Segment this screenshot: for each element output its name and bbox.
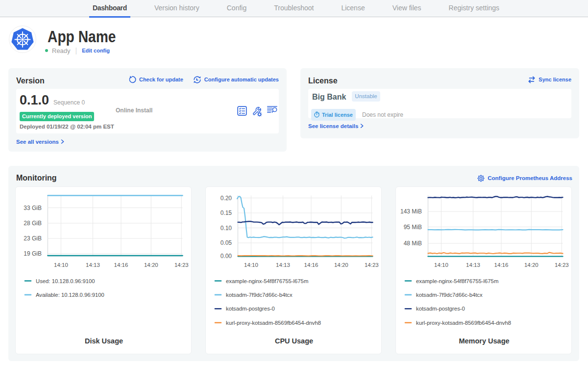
svg-text:143 MiB: 143 MiB [400,208,422,215]
svg-text:Memory Usage: Memory Usage [459,337,509,345]
svg-text:Available: 10.128.0.96:9100: Available: 10.128.0.96:9100 [36,292,104,298]
svg-text:28 GiB: 28 GiB [24,220,42,227]
svg-text:14:13: 14:13 [86,262,100,268]
svg-text:example-nginx-54f8f76755-l675m: example-nginx-54f8f76755-l675m [416,278,498,284]
svg-text:14:10: 14:10 [434,262,448,268]
svg-text:kotsadm-postgres-0: kotsadm-postgres-0 [416,306,465,312]
svg-text:14:20: 14:20 [524,262,539,268]
svg-text:kotsadm-postgres-0: kotsadm-postgres-0 [226,306,275,312]
svg-text:14:16: 14:16 [114,262,128,268]
svg-text:14:16: 14:16 [494,262,509,268]
svg-text:14:23: 14:23 [555,262,569,268]
svg-text:33 GiB: 33 GiB [24,205,42,211]
svg-text:example-nginx-54f8f76755-l675m: example-nginx-54f8f76755-l675m [226,278,308,284]
svg-text:0.00: 0.00 [220,253,232,260]
svg-text:Used: 10.128.0.96:9100: Used: 10.128.0.96:9100 [36,278,95,284]
svg-text:kurl-proxy-kotsadm-8569fb6454-: kurl-proxy-kotsadm-8569fb6454-dnvh8 [226,320,321,326]
svg-text:0.05: 0.05 [220,239,232,246]
svg-text:14:23: 14:23 [174,262,189,268]
svg-text:14:10: 14:10 [54,262,68,268]
svg-text:14:10: 14:10 [244,262,258,268]
svg-text:0.20: 0.20 [220,195,232,202]
svg-text:95 MiB: 95 MiB [404,224,422,231]
svg-text:14:13: 14:13 [466,262,480,268]
svg-text:14:13: 14:13 [276,262,290,268]
svg-text:0.10: 0.10 [220,225,232,232]
svg-text:CPU Usage: CPU Usage [275,337,313,345]
svg-text:14:23: 14:23 [365,262,379,268]
svg-text:48 MiB: 48 MiB [404,240,422,247]
svg-text:19 GiB: 19 GiB [24,250,42,257]
svg-text:kurl-proxy-kotsadm-8569fb6454-: kurl-proxy-kotsadm-8569fb6454-dnvh8 [416,320,511,326]
svg-text:Disk Usage: Disk Usage [85,337,123,345]
svg-text:14:20: 14:20 [334,262,348,268]
svg-text:kotsadm-7f9dc7d66c-b4tcx: kotsadm-7f9dc7d66c-b4tcx [226,292,293,298]
svg-text:0.15: 0.15 [220,209,232,216]
svg-text:14:16: 14:16 [304,262,318,268]
svg-text:kotsadm-7f9dc7d66c-b4tcx: kotsadm-7f9dc7d66c-b4tcx [416,292,483,298]
svg-text:14:20: 14:20 [144,262,158,268]
svg-text:23 GiB: 23 GiB [24,235,42,242]
